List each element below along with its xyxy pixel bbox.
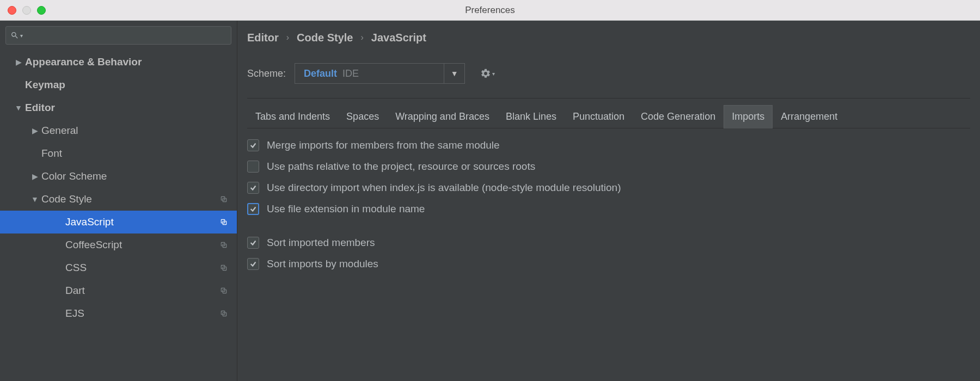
sidebar-item-coffeescript[interactable]: CoffeeScript [0, 233, 237, 256]
scheme-value: Default [304, 68, 337, 79]
sidebar-item-css[interactable]: CSS [0, 256, 237, 279]
checkbox[interactable] [247, 203, 259, 215]
scheme-dropdown-button[interactable]: ▼ [444, 64, 464, 83]
main-panel: Editor › Code Style › JavaScript Scheme:… [237, 21, 980, 381]
scheme-value-wrap: Default IDE [295, 64, 367, 83]
options-panel: Merge imports for members from the same … [247, 128, 970, 270]
option-label: Sort imported members [267, 237, 375, 249]
sidebar-item-appearance-behavior[interactable]: ▶Appearance & Behavior [0, 51, 237, 73]
copy-icon [218, 308, 229, 319]
tab-imports[interactable]: Imports [724, 105, 773, 128]
sidebar-item-code-style[interactable]: ▼Code Style [0, 188, 237, 211]
settings-tree: ▶Appearance & BehaviorKeymap▼Editor▶Gene… [0, 47, 237, 325]
sidebar-item-font[interactable]: Font [0, 142, 237, 165]
search-icon [10, 31, 19, 40]
tab-bar: Tabs and IndentsSpacesWrapping and Brace… [247, 105, 970, 128]
close-window-button[interactable] [8, 6, 16, 15]
search-dropdown-icon: ▾ [20, 33, 23, 39]
gear-icon [480, 68, 491, 79]
sidebar-item-label: EJS [65, 308, 218, 319]
sidebar-item-label: CSS [65, 262, 218, 274]
sidebar-item-label: JavaScript [65, 216, 218, 228]
breadcrumb: Editor › Code Style › JavaScript [247, 27, 970, 48]
breadcrumb-codestyle: Code Style [297, 32, 353, 44]
tab-tabs-and-indents[interactable]: Tabs and Indents [247, 105, 338, 128]
option-row: Merge imports for members from the same … [247, 139, 970, 151]
sidebar-item-label: Keymap [25, 79, 229, 91]
chevron-right-icon: ▶ [28, 172, 41, 181]
chevron-down-icon: ▼ [12, 103, 25, 112]
option-label: Sort imports by modules [267, 258, 378, 270]
option-row: Use directory import when index.js is av… [247, 182, 970, 194]
sidebar-item-label: Editor [25, 102, 229, 114]
copy-icon [218, 285, 229, 296]
sidebar-item-editor[interactable]: ▼Editor [0, 96, 237, 119]
tab-code-generation[interactable]: Code Generation [633, 105, 724, 128]
body: ▾ ▶Appearance & BehaviorKeymap▼Editor▶Ge… [0, 21, 980, 381]
checkbox[interactable] [247, 258, 259, 270]
option-label: Use directory import when index.js is av… [267, 182, 621, 194]
option-label: Merge imports for members from the same … [267, 139, 500, 151]
search-input[interactable]: ▾ [5, 26, 231, 45]
copy-icon [218, 194, 229, 205]
window-title: Preferences [0, 5, 980, 16]
sidebar-item-ejs[interactable]: EJS [0, 302, 237, 325]
copy-icon [218, 262, 229, 273]
option-label: Use file extension in module name [267, 203, 425, 215]
scheme-tag: IDE [342, 68, 359, 79]
scheme-row: Scheme: Default IDE ▼ ▾ [247, 63, 970, 84]
titlebar: Preferences [0, 0, 980, 21]
breadcrumb-sep-icon: › [286, 33, 289, 42]
scheme-label: Scheme: [247, 68, 286, 79]
copy-icon [218, 239, 229, 250]
breadcrumb-sep-icon: › [360, 33, 363, 42]
checkbox[interactable] [247, 139, 259, 151]
window-controls [8, 6, 46, 15]
tab-spaces[interactable]: Spaces [338, 105, 387, 128]
chevron-right-icon: ▶ [12, 58, 25, 66]
option-row: Use file extension in module name [247, 203, 970, 215]
option-row: Sort imported members [247, 237, 970, 249]
zoom-window-button[interactable] [37, 6, 46, 15]
sidebar-item-label: Font [41, 148, 229, 159]
checkbox[interactable] [247, 161, 259, 173]
sidebar-item-color-scheme[interactable]: ▶Color Scheme [0, 165, 237, 188]
sidebar-item-label: Dart [65, 285, 218, 297]
sidebar-item-general[interactable]: ▶General [0, 119, 237, 142]
tab-punctuation[interactable]: Punctuation [565, 105, 633, 128]
option-label: Use paths relative to the project, resou… [267, 161, 535, 173]
option-row: Sort imports by modules [247, 258, 970, 270]
sidebar-item-label: CoffeeScript [65, 239, 218, 251]
scheme-select[interactable]: Default IDE ▼ [295, 63, 465, 84]
scheme-actions-button[interactable]: ▾ [480, 68, 495, 79]
spacer [247, 224, 970, 228]
search-wrap: ▾ [0, 21, 237, 47]
tab-arrangement[interactable]: Arrangement [773, 105, 846, 128]
sidebar-item-label: General [41, 125, 229, 137]
minimize-window-button[interactable] [22, 6, 31, 15]
sidebar-item-keymap[interactable]: Keymap [0, 73, 237, 96]
sidebar-item-javascript[interactable]: JavaScript [0, 211, 237, 233]
sidebar: ▾ ▶Appearance & BehaviorKeymap▼Editor▶Ge… [0, 21, 237, 381]
checkbox[interactable] [247, 182, 259, 194]
chevron-down-icon: ▾ [492, 71, 495, 77]
option-row: Use paths relative to the project, resou… [247, 161, 970, 173]
breadcrumb-javascript: JavaScript [371, 32, 426, 44]
tab-blank-lines[interactable]: Blank Lines [498, 105, 565, 128]
sidebar-item-dart[interactable]: Dart [0, 279, 237, 302]
tab-wrapping-and-braces[interactable]: Wrapping and Braces [387, 105, 498, 128]
chevron-down-icon: ▼ [451, 69, 458, 78]
chevron-right-icon: ▶ [28, 126, 41, 135]
checkbox[interactable] [247, 237, 259, 249]
chevron-down-icon: ▼ [28, 195, 41, 204]
copy-icon [218, 217, 229, 228]
sidebar-item-label: Color Scheme [41, 170, 229, 182]
divider [247, 98, 970, 99]
sidebar-item-label: Code Style [41, 193, 218, 205]
breadcrumb-editor: Editor [247, 32, 279, 44]
sidebar-item-label: Appearance & Behavior [25, 56, 229, 68]
